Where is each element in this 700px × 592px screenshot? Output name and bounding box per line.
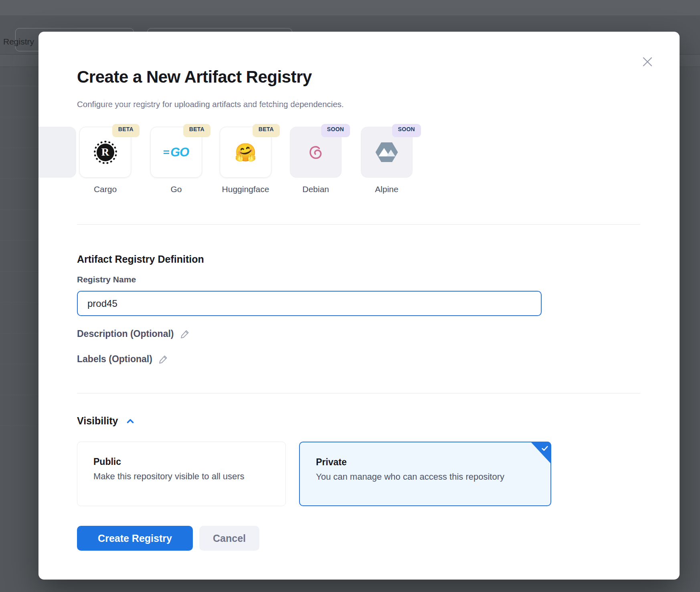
registry-type-card-go[interactable]: BETA GO [150, 127, 202, 178]
registry-type-card-debian: SOON [290, 127, 342, 178]
close-icon [641, 56, 653, 68]
cancel-button[interactable]: Cancel [199, 526, 259, 551]
visibility-heading: Visibility [77, 415, 118, 427]
go-logo-icon: GO [164, 145, 189, 160]
option-description: Make this repository visible to all user… [93, 471, 269, 482]
registry-name-input[interactable] [77, 291, 542, 316]
alpine-mountain-icon [376, 142, 398, 162]
registry-type-label: Cargo [79, 184, 131, 194]
description-row: Description (Optional) [77, 328, 190, 339]
rust-gear-icon: R [94, 141, 117, 164]
option-title: Public [93, 456, 269, 467]
registry-type-label: Debian [290, 184, 342, 194]
pencil-icon [158, 354, 169, 365]
registry-type-card-cargo[interactable]: BETA R [79, 127, 131, 178]
visibility-option-public[interactable]: Public Make this repository visible to a… [77, 442, 286, 506]
registry-type-label: Alpine [361, 184, 413, 194]
registry-type-row: BETA R Cargo BETA GO Go BETA 🤗 Huggingfa… [38, 124, 680, 220]
beta-badge: BETA [183, 124, 210, 137]
visibility-option-private[interactable]: Private You can manage who can access th… [299, 442, 551, 506]
soon-badge: SOON [392, 124, 421, 137]
divider [77, 393, 640, 393]
scrolled-card-ghost [104, 99, 158, 105]
registry-type-card-alpine: SOON [361, 127, 413, 178]
soon-badge: SOON [321, 124, 350, 137]
partial-registry-type-card [38, 127, 76, 178]
divider [77, 224, 640, 225]
definition-heading: Artifact Registry Definition [77, 253, 204, 265]
visibility-header: Visibility [77, 415, 136, 427]
beta-badge: BETA [253, 124, 280, 137]
edit-description-button[interactable] [180, 328, 190, 339]
modal-title: Create a New Artifact Registry [77, 67, 312, 87]
registry-type-label: Go [150, 184, 202, 194]
option-title: Private [316, 457, 534, 468]
collapse-visibility-button[interactable] [125, 416, 136, 426]
registry-type-card-huggingface[interactable]: BETA 🤗 [220, 127, 271, 178]
debian-swirl-icon [304, 141, 328, 164]
labels-label: Labels (Optional) [77, 354, 152, 365]
scrolled-card-ghost [243, 99, 298, 105]
background-topbar [0, 0, 700, 15]
registry-type-label: Huggingface [220, 184, 271, 194]
create-registry-modal: Create a New Artifact Registry Configure… [38, 32, 680, 580]
beta-badge: BETA [112, 124, 140, 137]
option-description: You can manage who can access this repos… [316, 472, 534, 482]
pencil-icon [180, 328, 190, 339]
labels-row: Labels (Optional) [77, 354, 169, 365]
screen: Registry Create a New Artifact Registry … [0, 0, 700, 592]
visibility-options: Public Make this repository visible to a… [77, 442, 551, 506]
description-label: Description (Optional) [77, 328, 174, 339]
check-icon [541, 444, 549, 452]
huggingface-icon: 🤗 [235, 144, 257, 161]
registry-name-label: Registry Name [77, 275, 136, 284]
background-registry-label: Registry [3, 37, 34, 47]
edit-labels-button[interactable] [158, 354, 169, 365]
create-registry-button[interactable]: Create Registry [77, 526, 193, 551]
chevron-up-icon [125, 416, 136, 426]
close-button[interactable] [638, 53, 657, 71]
modal-actions: Create Registry Cancel [77, 526, 259, 551]
